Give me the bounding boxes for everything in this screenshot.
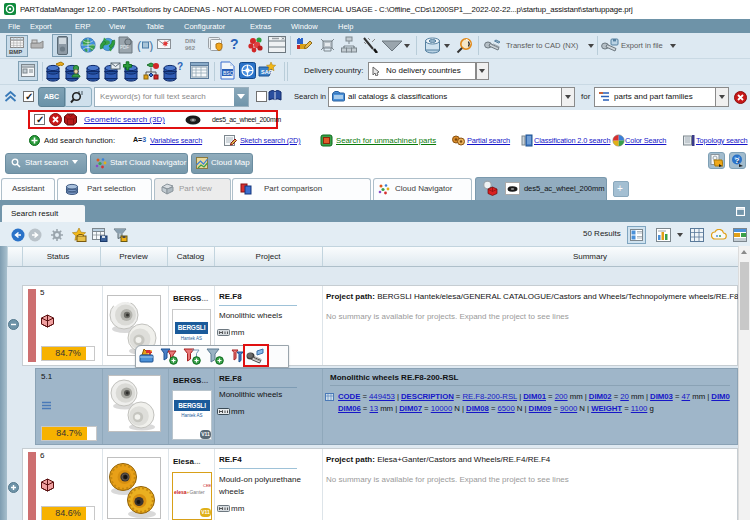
svg-text:SAP: SAP bbox=[261, 69, 273, 75]
svg-text:?: ? bbox=[735, 156, 740, 165]
svg-text:PDF: PDF bbox=[120, 45, 129, 50]
svg-text:?: ? bbox=[177, 61, 183, 72]
svg-text:(: ( bbox=[137, 38, 142, 52]
svg-text:BSQ: BSQ bbox=[223, 70, 234, 76]
svg-text:): ) bbox=[149, 38, 153, 52]
